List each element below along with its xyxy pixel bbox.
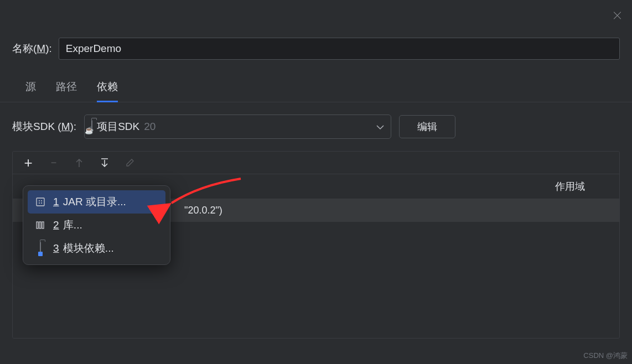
sdk-selected-text: 项目SDK [97,119,139,134]
move-up-button [74,157,85,168]
menu-item-jar[interactable]: 1 JAR 或目录... [28,190,165,214]
menu-item-library[interactable]: 2 库... [28,214,165,237]
sdk-version: 20 [144,121,156,133]
tabs: 源 路径 依赖 [0,60,632,102]
module-icon [34,242,46,254]
jar-icon [34,197,46,207]
svg-rect-1 [37,198,44,206]
svg-point-2 [39,200,40,201]
library-icon [34,220,46,230]
tab-paths[interactable]: 路径 [56,80,77,102]
watermark: CSDN @鸿蒙 [583,351,628,361]
menu-item-module[interactable]: 3 模块依赖... [28,237,165,260]
add-menu: 1 JAR 或目录... 2 库... 3 模块依赖... [23,185,170,265]
edit-pencil-button [125,157,136,168]
svg-rect-7 [39,222,41,228]
sdk-label: 模块SDK (M): [12,119,76,134]
tab-source[interactable]: 源 [25,80,36,102]
close-icon[interactable] [612,11,622,20]
svg-point-5 [41,202,42,204]
svg-rect-8 [42,222,44,228]
chevron-down-icon [376,121,384,133]
add-button[interactable]: + [23,157,34,168]
move-down-button[interactable] [99,157,110,168]
table-header-scope: 作用域 [547,174,619,199]
sdk-select[interactable]: ☕ 项目SDK 20 [84,115,391,139]
coffee-icon: ☕ [85,126,94,134]
edit-button[interactable]: 编辑 [399,115,455,138]
name-label: 名称(M): [12,41,52,56]
svg-point-3 [41,200,42,201]
tab-dependencies[interactable]: 依赖 [97,80,118,102]
name-input[interactable] [59,38,620,60]
svg-rect-6 [37,222,38,228]
svg-point-4 [39,202,40,204]
remove-button: − [48,157,59,168]
